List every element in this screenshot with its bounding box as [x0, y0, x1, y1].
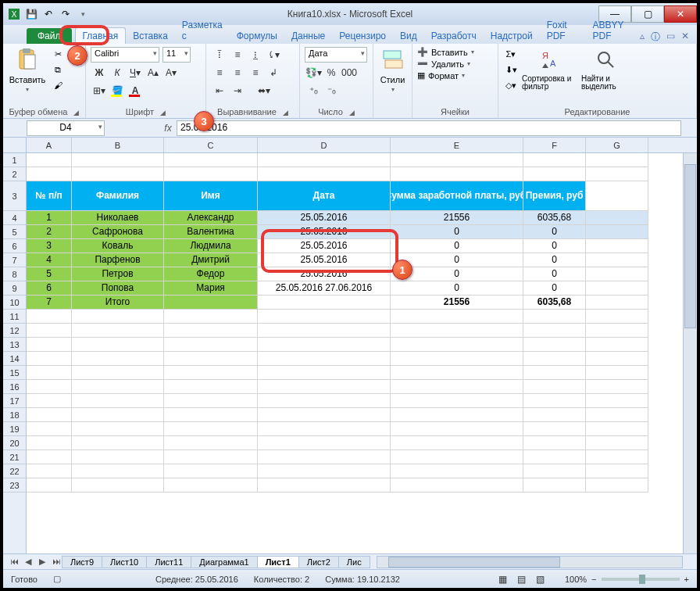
- cell[interactable]: [391, 436, 523, 450]
- cell[interactable]: Федор: [164, 267, 258, 281]
- sheet-tab[interactable]: Лист9: [62, 556, 102, 568]
- merge-button[interactable]: ⬌▾: [247, 83, 281, 98]
- cell[interactable]: [586, 436, 648, 450]
- sheet-nav-button[interactable]: ◀: [22, 557, 34, 567]
- workbook-close-icon[interactable]: ✕: [681, 30, 689, 44]
- cell[interactable]: [586, 380, 648, 394]
- cell[interactable]: Коваль: [72, 239, 164, 253]
- cell[interactable]: [164, 296, 258, 310]
- cell[interactable]: 0: [523, 239, 586, 253]
- cell[interactable]: [523, 324, 586, 338]
- cell[interactable]: [27, 380, 72, 394]
- view-pagebreak-icon[interactable]: ▧: [532, 571, 549, 587]
- paste-button[interactable]: Вставить ▾: [8, 47, 47, 93]
- row-header-13[interactable]: 13: [3, 338, 26, 352]
- alignment-launcher[interactable]: ◢: [279, 109, 288, 116]
- cell[interactable]: [72, 478, 164, 492]
- cell[interactable]: [523, 338, 586, 352]
- row-header-7[interactable]: 7: [3, 253, 26, 267]
- cell[interactable]: Николаев: [72, 211, 164, 225]
- cell[interactable]: Валентина: [164, 225, 258, 239]
- col-header-D[interactable]: D: [258, 138, 391, 152]
- cell[interactable]: 0: [523, 281, 586, 296]
- cell[interactable]: [164, 436, 258, 450]
- cell[interactable]: [27, 422, 72, 436]
- row-header-12[interactable]: 12: [3, 324, 26, 338]
- cell[interactable]: Дмитрий: [164, 253, 258, 267]
- vertical-scrollbar[interactable]: [683, 153, 697, 553]
- copy-icon[interactable]: ⧉: [50, 63, 66, 77]
- cell[interactable]: [523, 478, 586, 492]
- align-left-button[interactable]: ≡: [211, 65, 228, 81]
- cell[interactable]: [586, 464, 648, 478]
- cell[interactable]: [586, 450, 648, 464]
- cell[interactable]: [586, 408, 648, 422]
- row-header-6[interactable]: 6: [3, 239, 26, 253]
- cell[interactable]: 0: [523, 253, 586, 267]
- cell[interactable]: [586, 211, 648, 225]
- cell[interactable]: [391, 324, 523, 338]
- table-header[interactable]: Имя: [164, 181, 258, 211]
- autosum-icon[interactable]: Σ▾: [503, 47, 519, 61]
- tab-layout[interactable]: Разметка с: [175, 17, 230, 44]
- cells-format-button[interactable]: ▦Формат▾: [417, 70, 465, 81]
- cell[interactable]: [72, 324, 164, 338]
- cell[interactable]: [391, 478, 523, 492]
- zoom-slider[interactable]: [602, 578, 680, 581]
- cell[interactable]: [391, 422, 523, 436]
- cell[interactable]: [391, 153, 523, 167]
- view-normal-icon[interactable]: ▦: [495, 571, 512, 587]
- cell[interactable]: [586, 352, 648, 366]
- horizontal-scrollbar[interactable]: [377, 556, 683, 568]
- cell[interactable]: [27, 324, 72, 338]
- cell[interactable]: [258, 436, 391, 450]
- cell[interactable]: [391, 352, 523, 366]
- cell[interactable]: [27, 366, 72, 380]
- cell[interactable]: [258, 352, 391, 366]
- cell[interactable]: [523, 436, 586, 450]
- row-header-16[interactable]: 16: [3, 380, 26, 394]
- col-header-E[interactable]: E: [391, 138, 523, 152]
- fill-icon[interactable]: ⬇▾: [503, 63, 519, 77]
- cell[interactable]: 1: [27, 211, 72, 225]
- cell[interactable]: 7: [27, 296, 72, 310]
- cell[interactable]: Парфенов: [72, 253, 164, 267]
- cell[interactable]: [164, 380, 258, 394]
- cell[interactable]: [164, 167, 258, 181]
- sheet-tab[interactable]: Лист2: [298, 556, 339, 568]
- cell[interactable]: [27, 338, 72, 352]
- cell[interactable]: [586, 324, 648, 338]
- tab-addins[interactable]: Надстрой: [484, 28, 540, 44]
- cell[interactable]: [72, 380, 164, 394]
- row-header-19[interactable]: 19: [3, 422, 26, 436]
- cell[interactable]: [258, 464, 391, 478]
- cell[interactable]: [391, 394, 523, 408]
- cell[interactable]: [523, 408, 586, 422]
- cell[interactable]: 0: [391, 239, 523, 253]
- cell[interactable]: [27, 408, 72, 422]
- cell[interactable]: [164, 352, 258, 366]
- cells-delete-button[interactable]: ➖Удалить▾: [417, 59, 470, 69]
- undo-icon[interactable]: ↶: [42, 8, 55, 20]
- sheet-nav-button[interactable]: ⏮: [8, 557, 20, 567]
- cell[interactable]: [391, 464, 523, 478]
- macro-record-icon[interactable]: ▢: [53, 574, 61, 584]
- col-header-C[interactable]: C: [164, 138, 258, 152]
- cell[interactable]: [27, 478, 72, 492]
- row-header-11[interactable]: 11: [3, 310, 26, 324]
- cell[interactable]: 6035,68: [523, 211, 586, 225]
- cell[interactable]: 25.05.2016: [258, 267, 391, 281]
- comma-button[interactable]: 000: [341, 65, 358, 81]
- sheet-tab[interactable]: Диаграмма1: [191, 556, 257, 568]
- cell[interactable]: [27, 436, 72, 450]
- wrap-text-button[interactable]: ↲: [265, 65, 282, 81]
- cell[interactable]: [586, 422, 648, 436]
- cells-insert-button[interactable]: ➕Вставить▾: [417, 47, 474, 57]
- cell[interactable]: [258, 394, 391, 408]
- cell[interactable]: [258, 366, 391, 380]
- tab-view[interactable]: Вид: [393, 28, 424, 44]
- cell[interactable]: [258, 450, 391, 464]
- cell[interactable]: 25.05.2016 27.06.2016: [258, 281, 391, 296]
- tab-abbyy[interactable]: ABBYY PDF: [586, 17, 640, 44]
- cell[interactable]: [586, 366, 648, 380]
